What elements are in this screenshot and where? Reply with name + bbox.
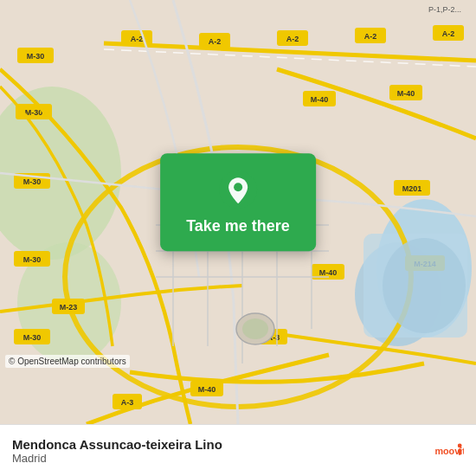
svg-text:P-1,P-2...: P-1,P-2... [428, 5, 461, 14]
svg-point-58 [242, 318, 268, 339]
svg-text:A-2: A-2 [286, 35, 299, 43]
svg-text:M-40: M-40 [319, 268, 338, 277]
location-name: Mendonca Assuncao-teixeira Lino [12, 437, 433, 452]
svg-text:M-40: M-40 [198, 385, 216, 394]
svg-text:M-30: M-30 [27, 52, 45, 61]
svg-text:A-2: A-2 [364, 32, 377, 41]
svg-point-60 [234, 183, 242, 191]
svg-text:M201: M201 [402, 184, 422, 193]
svg-text:M-30: M-30 [23, 333, 42, 342]
map-container: M-30 M-30 M-30 M-30 M-30 A-2 A-2 A-2 A-2… [0, 0, 476, 424]
svg-text:M-30: M-30 [23, 255, 42, 264]
svg-text:M-23: M-23 [60, 303, 78, 312]
svg-text:A-3: A-3 [121, 398, 134, 407]
svg-point-62 [458, 443, 462, 447]
take-me-there-label: Take me there [186, 217, 290, 235]
svg-text:M-40: M-40 [397, 89, 415, 98]
svg-text:M-40: M-40 [311, 95, 329, 104]
location-city: Madrid [12, 452, 433, 465]
moovit-icon: moovit [433, 435, 464, 466]
location-info: Mendonca Assuncao-teixeira Lino Madrid [12, 437, 433, 465]
bottom-bar: Mendonca Assuncao-teixeira Lino Madrid m… [0, 424, 476, 476]
svg-point-48 [383, 238, 466, 333]
svg-text:A-2: A-2 [131, 35, 144, 43]
take-me-there-button[interactable]: Take me there [160, 153, 316, 251]
moovit-logo: moovit [433, 435, 464, 466]
svg-text:M-30: M-30 [23, 177, 42, 186]
map-attribution: © OpenStreetMap contributors [5, 355, 130, 368]
svg-text:A-2: A-2 [209, 37, 222, 46]
svg-text:A-2: A-2 [442, 29, 455, 38]
location-pin-icon [219, 170, 257, 209]
